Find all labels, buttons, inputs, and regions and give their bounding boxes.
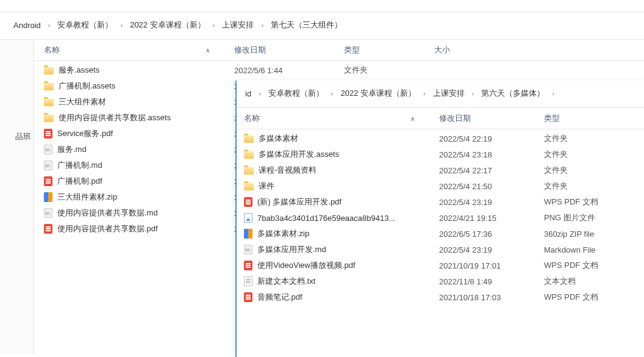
md-icon bbox=[244, 245, 252, 254]
file-date: 2022/5/4 22:17 bbox=[439, 166, 544, 175]
md-icon bbox=[44, 160, 52, 170]
file-row[interactable]: 7bab3a4c3401d176e59eaaca8b9413...2022/4/… bbox=[237, 210, 644, 226]
file-date: 2022/5/6 1:44 bbox=[234, 66, 344, 75]
file-name: 使用VideoView播放视频.pdf bbox=[257, 260, 356, 271]
file-type: 文件夹 bbox=[544, 181, 642, 192]
column-date-header[interactable]: 修改日期 bbox=[439, 114, 471, 123]
file-date: 2022/5/4 23:19 bbox=[439, 198, 544, 207]
breadcrumb-item[interactable]: 安卓教程（新） bbox=[266, 87, 326, 100]
sort-asc-icon[interactable]: ∧ bbox=[410, 115, 415, 122]
breadcrumb-item[interactable]: 第七天（三大组件） bbox=[268, 18, 345, 32]
folder-icon bbox=[244, 167, 254, 175]
pdf-icon bbox=[44, 224, 52, 234]
file-row[interactable]: 多媒体应用开发.assets2022/5/4 23:18文件夹 bbox=[237, 146, 644, 162]
file-date: 2022/4/21 19:15 bbox=[439, 214, 544, 223]
file-name: 新建文本文档.txt bbox=[257, 276, 315, 287]
column-type-header[interactable]: 类型 bbox=[544, 114, 560, 123]
pdf-icon bbox=[244, 197, 252, 207]
chevron-right-icon: › bbox=[548, 90, 558, 97]
chevron-right-icon: › bbox=[327, 90, 337, 97]
breadcrumb-item[interactable]: 2022 安卓课程（新） bbox=[338, 87, 418, 100]
breadcrumb[interactable]: id›安卓教程（新）›2022 安卓课程（新）›上课安排›第六天（多媒体）› bbox=[237, 81, 644, 108]
file-name: 7bab3a4c3401d176e59eaaca8b9413... bbox=[257, 214, 395, 223]
file-row[interactable]: (新) 多媒体应用开发.pdf2022/5/4 23:19WPS PDF 文档 bbox=[237, 194, 644, 210]
md-icon bbox=[44, 145, 52, 154]
column-date-header[interactable]: 修改日期 bbox=[234, 45, 266, 54]
file-date: 2021/10/19 17:01 bbox=[439, 261, 544, 270]
file-row[interactable]: 服务.assets2022/5/6 1:44文件夹 bbox=[34, 62, 644, 78]
file-name: 使用内容提供者共享数据.assets bbox=[59, 112, 171, 123]
column-name-header[interactable]: 名称 bbox=[44, 45, 60, 56]
folder-icon bbox=[44, 67, 54, 74]
file-name: 课程-音视频资料 bbox=[259, 165, 317, 176]
pdf-icon bbox=[44, 129, 52, 139]
file-name: 服务.assets bbox=[59, 65, 99, 76]
file-type: 文件夹 bbox=[544, 165, 642, 176]
file-name: 使用内容提供者共享数据.md bbox=[57, 207, 158, 218]
file-name: 多媒体应用开发.assets bbox=[259, 149, 339, 160]
zip-icon bbox=[44, 192, 52, 202]
sidebar[interactable]: 品班 bbox=[0, 40, 34, 354]
breadcrumb-item[interactable]: id bbox=[243, 88, 254, 99]
file-type: PNG 图片文件 bbox=[544, 212, 642, 223]
breadcrumb-item[interactable]: 安卓教程（新） bbox=[55, 18, 115, 32]
chevron-right-icon: › bbox=[45, 21, 54, 29]
file-row[interactable]: 多媒体素材.zip2022/6/5 17:36360zip ZIP file bbox=[237, 226, 644, 242]
folder-icon bbox=[244, 183, 254, 190]
file-row[interactable]: 课件2022/5/4 21:50文件夹 bbox=[237, 178, 644, 194]
file-row[interactable]: 课程-音视频资料2022/5/4 22:17文件夹 bbox=[237, 162, 644, 178]
folder-icon bbox=[244, 135, 254, 143]
file-type: WPS PDF 文档 bbox=[544, 260, 642, 271]
chevron-right-icon: › bbox=[468, 90, 478, 97]
file-date: 2022/11/8 1:49 bbox=[439, 277, 544, 286]
sort-asc-icon[interactable]: ∧ bbox=[206, 47, 210, 54]
breadcrumb-item[interactable]: 第六天（多媒体） bbox=[479, 87, 547, 100]
txt-icon bbox=[244, 276, 252, 286]
toolbar-strip bbox=[0, 0, 644, 12]
file-name: 广播机制.assets bbox=[59, 81, 115, 92]
file-name: 服务.md bbox=[57, 144, 87, 155]
file-row[interactable]: 多媒体素材2022/5/4 22:19文件夹 bbox=[237, 131, 644, 146]
file-type: 文件夹 bbox=[344, 65, 434, 76]
file-row[interactable]: 音频笔记.pdf2021/10/18 17:03WPS PDF 文档 bbox=[237, 289, 644, 305]
file-date: 2022/6/5 17:36 bbox=[439, 229, 544, 239]
column-size-header[interactable]: 大小 bbox=[434, 45, 450, 54]
breadcrumb-item[interactable]: Android bbox=[11, 20, 43, 31]
file-name: 三大组件素材.zip bbox=[57, 192, 117, 203]
breadcrumb[interactable]: Android›安卓教程（新）›2022 安卓课程（新）›上课安排›第七天（三大… bbox=[0, 12, 644, 40]
folder-icon bbox=[44, 99, 54, 106]
file-name: 多媒体素材.zip bbox=[257, 228, 309, 239]
breadcrumb-item[interactable]: 上课安排 bbox=[431, 87, 467, 100]
sidebar-label: 品班 bbox=[0, 131, 31, 142]
column-type-header[interactable]: 类型 bbox=[344, 45, 360, 54]
md-icon bbox=[44, 208, 52, 218]
folder-icon bbox=[244, 151, 254, 159]
file-name: Service服务.pdf bbox=[57, 128, 113, 139]
file-type: WPS PDF 文档 bbox=[544, 292, 642, 303]
pdf-icon bbox=[244, 292, 252, 302]
folder-icon bbox=[44, 83, 54, 90]
file-name: 音频笔记.pdf bbox=[257, 292, 302, 303]
window-2: id›安卓教程（新）›2022 安卓课程（新）›上课安排›第六天（多媒体）› 名… bbox=[235, 81, 644, 357]
png-icon bbox=[244, 213, 252, 223]
file-name: (新) 多媒体应用开发.pdf bbox=[257, 197, 342, 207]
breadcrumb-item[interactable]: 2022 安卓课程（新） bbox=[127, 18, 208, 32]
file-name: 广播机制.md bbox=[57, 160, 102, 171]
file-name: 广播机制.pdf bbox=[57, 176, 102, 187]
file-type: 文件夹 bbox=[544, 133, 642, 144]
file-type: 360zip ZIP file bbox=[544, 229, 642, 239]
file-list: 多媒体素材2022/5/4 22:19文件夹多媒体应用开发.assets2022… bbox=[237, 129, 644, 305]
column-name-header[interactable]: 名称 bbox=[244, 113, 260, 124]
file-name: 三大组件素材 bbox=[59, 96, 106, 107]
breadcrumb-item[interactable]: 上课安排 bbox=[220, 18, 256, 32]
file-row[interactable]: 多媒体应用开发.md2022/5/4 23:19Markdown File bbox=[237, 242, 644, 258]
columns-header[interactable]: 名称 ∧ 修改日期 类型 bbox=[237, 108, 644, 129]
columns-header[interactable]: 名称 ∧ 修改日期 类型 大小 bbox=[34, 40, 644, 61]
file-row[interactable]: 新建文本文档.txt2022/11/8 1:49文本文档 bbox=[237, 273, 644, 289]
chevron-right-icon: › bbox=[255, 90, 265, 97]
pdf-icon bbox=[44, 176, 52, 186]
file-date: 2021/10/18 17:03 bbox=[439, 293, 544, 302]
file-name: 使用内容提供者共享数据.pdf bbox=[57, 223, 158, 234]
file-row[interactable]: 使用VideoView播放视频.pdf2021/10/19 17:01WPS P… bbox=[237, 258, 644, 273]
file-name: 多媒体应用开发.md bbox=[257, 244, 326, 255]
